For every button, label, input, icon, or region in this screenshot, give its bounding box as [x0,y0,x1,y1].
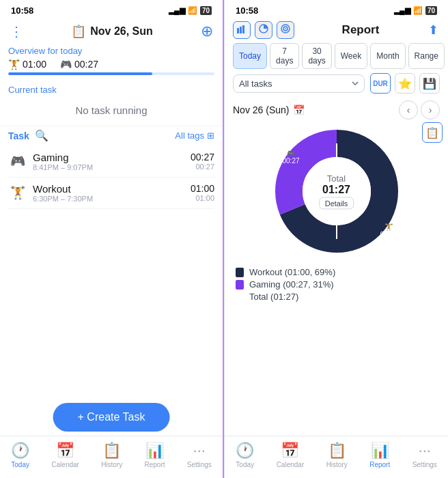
nav-today-left[interactable]: 🕐 Today [11,442,29,468]
tab-7days[interactable]: 7 days [270,43,299,69]
gaming-duration-col: 00:27 00:27 [191,152,214,171]
signal-icon-right: ▂▄▆ [394,6,410,15]
no-task-text: No task running [8,100,214,123]
donut-center: Total 01:27 Details [319,173,354,210]
next-date-btn[interactable]: › [421,100,440,120]
date-nav-text: Nov 26 (Sun) [233,104,289,115]
task-list-header: Task 🔍 All tags ⊞ [0,126,223,146]
table-row[interactable]: 🎮 Gaming 8:41PM – 9:07PM 00:27 00:27 [8,146,214,178]
workout-icon-list: 🏋️ [8,183,27,202]
gaming-time: 00:27 [74,59,98,70]
nav-history-right[interactable]: 📋 History [326,442,348,468]
add-button[interactable]: ⊕ [199,21,214,42]
workout-icon: 🏋️ [8,59,20,70]
total-label: Total [319,173,354,184]
donut-chart: 🎮 00:27 🏋️ 01:00 Total 01:27 Details [272,126,402,256]
date-tabs: Today 7 days 30 days Week Month Range [225,43,448,73]
svg-point-6 [285,28,286,29]
workout-duration: 01:00 [191,183,214,194]
bottom-nav-right: 🕐 Today 📅 Calendar 📋 History 📊 Report ··… [225,436,448,478]
clipboard-icon[interactable]: 📋 [422,122,443,143]
nav-calendar-left[interactable]: 📅 Calendar [51,442,79,468]
header-date: Nov 26, Sun [90,25,153,38]
overview-stats: 🏋️ 01:00 🎮 00:27 [8,59,214,70]
nav-calendar-right[interactable]: 📅 Calendar [277,442,305,468]
nav-today-right[interactable]: 🕐 Today [236,442,254,468]
history-label-right: History [326,461,348,468]
workout-chart-label: 🏋️ 01:00 [380,223,397,238]
pie-chart-btn[interactable] [255,21,272,39]
battery-left: 70 [200,6,212,15]
report-label-left: Report [144,461,165,468]
create-task-button[interactable]: + Create Task [53,403,170,432]
report-icon-left: 📊 [145,442,164,460]
table-row[interactable]: 🏋️ Workout 6:30PM – 7:30PM 01:00 01:00 [8,178,214,209]
details-button[interactable]: Details [319,197,354,210]
signal-icon: ▂▄▆ [169,6,185,15]
gaming-chart-time: 00:27 [283,157,300,165]
status-icons-right: ▂▄▆ 📶 70 [394,6,437,15]
wifi-icon-right: 📶 [413,6,423,15]
today-label: Today [11,461,29,468]
tab-today[interactable]: Today [233,43,267,69]
menu-button[interactable]: ⋮ [8,22,25,41]
settings-icon-left: ··· [193,442,206,460]
status-bar-right: 10:58 ▂▄▆ 📶 70 [225,0,448,18]
search-icon[interactable]: 🔍 [35,129,48,142]
share-button[interactable]: ⬆ [427,21,440,39]
task-header-left: Task 🔍 [8,129,48,142]
history-icon-right: 📋 [328,442,346,460]
legend-total: Total (01:27) [236,292,437,302]
status-bar-left: 10:58 ▂▄▆ 📶 70 [0,0,223,18]
overview-label: Overview for today [8,46,214,56]
nav-settings-right[interactable]: ··· Settings [412,442,437,468]
gaming-stat: 🎮 00:27 [60,59,98,70]
right-header: Report ⬆ [225,18,448,43]
all-tags[interactable]: All tags ⊞ [175,130,214,141]
workout-duration-col: 01:00 01:00 [191,183,214,202]
svg-rect-2 [242,25,244,33]
total-time: 01:27 [319,184,354,196]
star-filter-icon[interactable]: ⭐ [395,73,415,94]
workout-info: Workout 6:30PM – 7:30PM [33,183,191,203]
gaming-duration: 00:27 [191,152,214,163]
time-left: 10:58 [11,5,33,16]
save-filter-icon[interactable]: 💾 [419,73,440,94]
right-side-icons: 📋 [422,122,443,143]
nav-history-left[interactable]: 📋 History [101,442,122,468]
chart-wrapper: 📋 🎮 00:27 [225,122,448,260]
report-label-right: Report [369,461,390,468]
all-tasks-select[interactable]: All tasks [233,74,365,93]
prev-date-btn[interactable]: ‹ [399,100,418,120]
bar-chart-btn[interactable] [233,21,251,39]
tab-week[interactable]: Week [335,43,367,69]
calendar-icon-header: 📋 [71,24,86,39]
filter-icons: DUR ⭐ 💾 [370,73,440,94]
gaming-icon-chart: 🎮 [287,150,295,157]
left-header: ⋮ 📋 Nov 26, Sun ⊕ [0,18,223,46]
workout-time-range: 6:30PM – 7:30PM [33,195,191,203]
tab-range[interactable]: Range [408,43,445,69]
workout-icon-chart: 🏋️ [384,223,393,231]
gaming-sub-duration: 00:27 [191,163,214,171]
today-label-right: Today [236,461,254,468]
nav-report-left[interactable]: 📊 Report [144,442,165,468]
calendar-date-icon: 📅 [293,104,305,115]
workout-name: Workout [33,183,191,195]
bottom-nav-left: 🕐 Today 📅 Calendar 📋 History 📊 Report ··… [0,436,223,478]
wifi-icon: 📶 [188,6,197,15]
tab-30days[interactable]: 30 days [302,43,331,69]
status-icons-left: ▂▄▆ 📶 70 [169,6,212,15]
target-btn[interactable] [277,21,294,39]
legend-workout: Workout (01:00, 69%) [236,267,437,277]
report-icon-right: 📊 [371,442,389,460]
nav-settings-left[interactable]: ··· Settings [187,442,212,468]
svg-rect-1 [240,27,242,33]
gaming-time-range: 8:41PM – 9:07PM [33,163,191,171]
duration-filter-icon[interactable]: DUR [370,73,391,94]
history-icon: 📋 [102,442,121,460]
nav-report-right[interactable]: 📊 Report [369,442,390,468]
right-panel: 10:58 ▂▄▆ 📶 70 Report ⬆ Today 7 days 30 … [224,0,448,478]
tab-month[interactable]: Month [370,43,405,69]
date-nav-right: ‹ › [399,100,440,120]
